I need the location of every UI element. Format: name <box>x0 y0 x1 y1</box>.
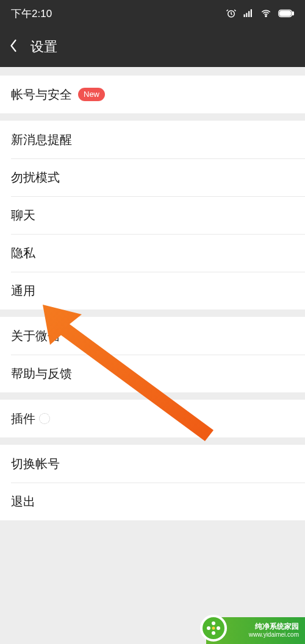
settings-group-account: 帐号与安全 New <box>0 76 305 113</box>
battery-icon <box>278 9 294 18</box>
signal-icon <box>243 8 254 19</box>
svg-point-11 <box>212 631 215 635</box>
row-label: 帐号与安全 <box>11 87 72 103</box>
settings-group-messaging: 新消息提醒 勿扰模式 聊天 隐私 通用 <box>0 121 305 310</box>
row-general[interactable]: 通用 <box>0 272 305 310</box>
plugin-face-icon <box>39 413 50 424</box>
watermark-title: 纯净系统家园 <box>249 622 299 631</box>
back-button[interactable] <box>9 38 27 55</box>
wifi-icon <box>260 8 272 19</box>
svg-point-13 <box>212 627 215 630</box>
settings-group-account-actions: 切换帐号 退出 <box>0 445 305 520</box>
row-do-not-disturb[interactable]: 勿扰模式 <box>0 158 305 196</box>
svg-point-10 <box>217 626 220 630</box>
row-privacy[interactable]: 隐私 <box>0 234 305 272</box>
row-help-feedback[interactable]: 帮助与反馈 <box>0 355 305 392</box>
row-new-message-alerts[interactable]: 新消息提醒 <box>0 121 305 158</box>
row-label: 新消息提醒 <box>11 132 72 148</box>
row-account-security[interactable]: 帐号与安全 New <box>0 76 305 113</box>
header: 设置 <box>0 27 305 67</box>
alarm-icon <box>226 8 237 19</box>
svg-rect-4 <box>251 9 252 17</box>
watermark-url: www.yidaimei.com <box>249 631 299 639</box>
svg-rect-7 <box>280 11 291 15</box>
svg-rect-1 <box>244 15 245 18</box>
svg-point-12 <box>207 626 210 630</box>
settings-group-plugins: 插件 <box>0 400 305 437</box>
svg-rect-8 <box>292 12 293 15</box>
row-plugins[interactable]: 插件 <box>0 400 305 437</box>
row-label: 隐私 <box>11 245 35 261</box>
row-label: 退出 <box>11 494 35 510</box>
row-label: 通用 <box>11 283 35 299</box>
row-label: 插件 <box>11 411 35 427</box>
status-bar: 下午2:10 <box>0 0 305 27</box>
row-label: 勿扰模式 <box>11 169 60 186</box>
svg-rect-3 <box>248 11 249 17</box>
page-title: 设置 <box>30 38 57 56</box>
svg-rect-2 <box>246 13 247 17</box>
watermark-logo-icon <box>200 615 227 642</box>
settings-group-about: 关于微信 帮助与反馈 <box>0 317 305 392</box>
row-label: 切换帐号 <box>11 456 60 472</box>
status-icons <box>226 8 294 19</box>
new-badge: New <box>78 88 105 101</box>
svg-point-9 <box>212 621 215 625</box>
row-about-wechat[interactable]: 关于微信 <box>0 317 305 355</box>
chevron-left-icon <box>9 38 18 55</box>
row-chat[interactable]: 聊天 <box>0 196 305 234</box>
row-label: 聊天 <box>11 207 35 224</box>
watermark: 纯净系统家园 www.yidaimei.com <box>206 617 305 644</box>
status-time: 下午2:10 <box>11 7 52 21</box>
svg-point-5 <box>265 15 267 16</box>
row-switch-account[interactable]: 切换帐号 <box>0 445 305 483</box>
row-logout[interactable]: 退出 <box>0 483 305 520</box>
row-label: 帮助与反馈 <box>11 366 72 382</box>
row-label: 关于微信 <box>11 328 60 344</box>
